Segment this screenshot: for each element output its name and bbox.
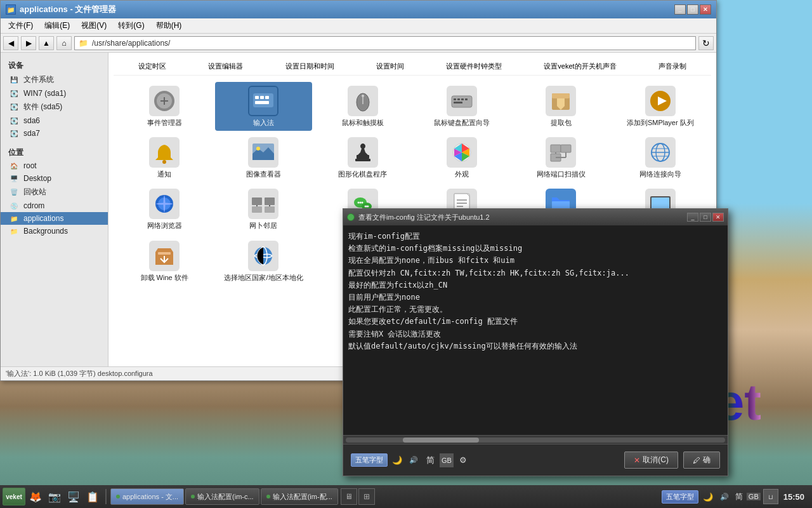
nav-link-5[interactable]: 设置veket的开关机声音 [541, 60, 619, 72]
nav-link-6[interactable]: 声音录制 [656, 60, 689, 72]
event-manager-icon [149, 86, 180, 116]
im-line-5: 目前用户配置为none [348, 291, 723, 304]
image-viewer-icon [248, 137, 278, 168]
taskbar-window-0[interactable]: applications - 文... [110, 488, 184, 505]
app-locale[interactable]: 选择地区国家/地区本地化 [215, 237, 311, 286]
minimize-button[interactable]: _ [674, 4, 686, 15]
ime-label-button[interactable]: 五笔字型 [351, 453, 388, 467]
app-keyboard-mouse-wizard[interactable]: 鼠标键盘配置向导 [414, 82, 510, 131]
nav-link-2[interactable]: 设置日期和时间 [283, 60, 337, 72]
nav-link-1[interactable]: 设置编辑器 [206, 60, 246, 72]
tray-ime-button[interactable]: 五笔字型 [662, 490, 698, 504]
taskbar-icon-3[interactable]: 📋 [84, 488, 102, 505]
appearance-icon [447, 137, 477, 168]
svg-rect-6 [255, 101, 269, 104]
maximize-button[interactable]: □ [687, 4, 698, 15]
back-button[interactable]: ◀ [3, 36, 18, 50]
taskbar-window-1[interactable]: 输入法配置(im-c... [185, 488, 259, 505]
browser-icon [149, 189, 180, 219]
app-port-scanner[interactable]: 网络端口扫描仪 [513, 133, 609, 182]
im-minimize-button[interactable]: _ [687, 213, 698, 222]
svg-point-48 [361, 202, 363, 204]
app-notify[interactable]: 通知 [116, 133, 213, 182]
im-maximize-button[interactable]: □ [700, 213, 711, 222]
tray-jian-icon[interactable]: 简 [423, 453, 437, 467]
taskbar-icon-2[interactable]: 🖥️ [65, 488, 82, 505]
sidebar-item-root[interactable]: 🏠 root [1, 159, 108, 172]
menu-help[interactable]: 帮助(H) [151, 19, 187, 32]
taskbar-switcher-button[interactable]: ⊞ [358, 488, 375, 505]
app-smplayer-queue[interactable]: 添加到SMPlayer 队列 [612, 82, 709, 131]
sidebar-item-sda7[interactable]: 💽 sda7 [1, 127, 108, 140]
sidebar-item-cdrom[interactable]: 💿 cdrom [1, 199, 108, 212]
tray-sound-icon[interactable]: 🔊 [407, 453, 421, 467]
app-network-neighbor[interactable]: 网卜邻居 [215, 185, 311, 234]
app-appearance[interactable]: 外观 [414, 133, 510, 182]
app-mouse-touchpad[interactable]: 鼠标和触摸板 [315, 82, 411, 131]
im-line-8: 需要注销X 会话以激活更改 [348, 328, 723, 340]
refresh-button[interactable]: ↻ [698, 36, 714, 50]
menu-goto[interactable]: 转到(G) [113, 19, 149, 32]
taskbar-window-2[interactable]: 输入法配置(im-配... [261, 488, 338, 505]
taskbar-icon-1[interactable]: 📷 [46, 488, 63, 505]
nav-link-3[interactable]: 设置时间 [374, 60, 407, 72]
home-button[interactable]: ⌂ [56, 36, 72, 50]
menu-file[interactable]: 文件(F) [3, 19, 38, 32]
window-dot-1 [191, 495, 195, 498]
tray-gb-taskbar[interactable]: GB [747, 493, 761, 500]
scrollbar-thumb[interactable] [403, 438, 479, 443]
tray-moon-icon-taskbar[interactable]: 🌙 [701, 490, 715, 504]
im-cancel-button[interactable]: ✕ 取消(C) [624, 451, 678, 469]
sidebar-item-desktop[interactable]: 🖥️ Desktop [1, 172, 108, 185]
app-chess[interactable]: 图形化棋盘程序 [315, 133, 411, 182]
app-event-manager[interactable]: 事件管理器 [116, 82, 213, 131]
svg-rect-14 [465, 98, 468, 100]
tray-moon-icon[interactable]: 🌙 [390, 453, 404, 467]
app-network-wizard[interactable]: 网络连接向导 [612, 133, 709, 182]
sidebar-item-filesystem[interactable]: 💾 文件系统 [1, 72, 108, 87]
filesystem-icon: 💾 [8, 76, 20, 84]
taskbar-windows: applications - 文... 输入法配置(im-c... 输入法配置(… [110, 488, 660, 505]
sidebar-item-backgrounds[interactable]: 📁 Backgrounds [1, 225, 108, 237]
sidebar-item-sda6[interactable]: 💽 sda6 [1, 114, 108, 127]
tray-gb-icon[interactable]: GB [440, 453, 454, 467]
im-line-9: 默认值default/auto/cjkv/missing可以替换任何有效的输入法 [348, 340, 723, 352]
svg-rect-13 [461, 98, 464, 100]
menu-view[interactable]: 视图(V) [76, 19, 112, 32]
im-window-controls: _ □ ✕ [687, 213, 724, 222]
tray-overflow-icon[interactable]: ⊔ [763, 489, 778, 504]
app-uninstall-wine[interactable]: 卸载 Wine 软件 [116, 237, 213, 286]
im-line-7: 如果您更改etc/default/im-config 配置文件 [348, 316, 723, 328]
address-bar[interactable]: 📁 /usr/share/applications/ [74, 36, 696, 50]
im-dialog-content: 现有im-config配置 检查新式的im-config档案missing以及m… [343, 225, 728, 435]
mouse-touchpad-icon [348, 86, 378, 116]
sidebar-item-applications[interactable]: 📁 applications [1, 212, 108, 225]
menu-edit[interactable]: 编辑(E) [39, 19, 75, 32]
smplayer-queue-icon [645, 86, 676, 116]
im-close-button[interactable]: ✕ [712, 213, 724, 222]
app-image-viewer[interactable]: 图像查看器 [215, 133, 311, 182]
taskbar-show-desktop-button[interactable]: 🖥 [341, 488, 357, 505]
up-button[interactable]: ▲ [39, 36, 54, 50]
nav-link-0[interactable]: 设定时区 [136, 60, 169, 72]
sidebar-item-trash[interactable]: 🗑️ 回收站 [1, 185, 108, 199]
sidebar-item-win7[interactable]: 💽 WIN7 (sda1) [1, 87, 108, 100]
tray-settings-icon[interactable]: ⚙ [456, 453, 470, 467]
status-text: '输入法': 1.0 KiB (1,039 字节) desktop.config… [6, 369, 153, 378]
start-button[interactable]: veket [3, 488, 25, 505]
tray-jian-taskbar[interactable]: 简 [734, 491, 744, 502]
sidebar-item-sda5[interactable]: 💽 软件 (sda5) [1, 100, 108, 114]
im-line-6: 此配置工作正常，无需更改。 [348, 304, 723, 316]
tray-time: 15:50 [781, 492, 807, 502]
nav-link-4[interactable]: 设置硬件时钟类型 [443, 60, 504, 72]
app-input-method[interactable]: 输入法 [215, 82, 311, 131]
tray-volume-icon[interactable]: 🔊 [717, 490, 731, 504]
app-extract-package[interactable]: 提取包 [513, 82, 609, 131]
im-horizontal-scrollbar[interactable] [343, 435, 728, 444]
desktop-icon: 🖥️ [8, 174, 20, 183]
app-browser[interactable]: 网络浏览器 [116, 185, 213, 234]
forward-button[interactable]: ▶ [21, 36, 36, 50]
close-button[interactable]: ✕ [700, 4, 711, 15]
taskbar-icon-0[interactable]: 🦊 [27, 488, 44, 505]
im-ok-button[interactable]: 🖊 确 [683, 451, 720, 469]
